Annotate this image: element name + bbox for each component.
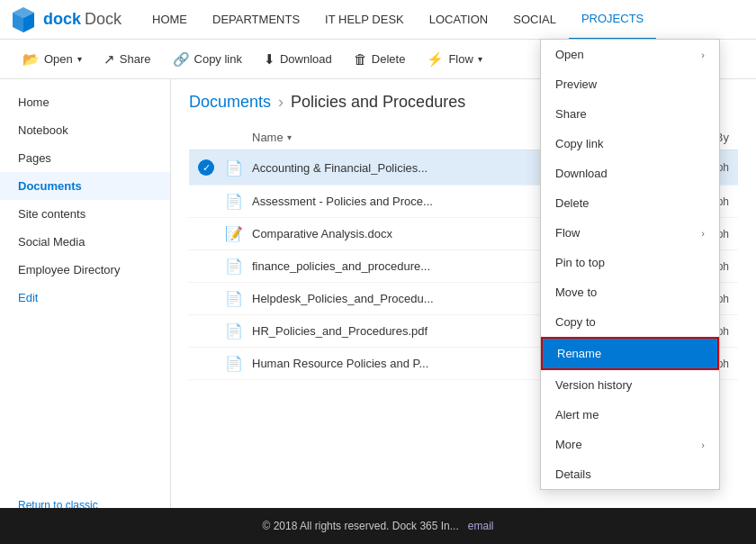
breadcrumb-current: Policies and Procedures	[291, 93, 465, 112]
menu-pin-label: Pin to top	[555, 256, 605, 269]
file-type-icon: 📝	[225, 225, 252, 242]
menu-item-delete[interactable]: Delete	[541, 188, 719, 218]
flow-chevron-icon: ▾	[478, 54, 482, 64]
menu-item-share[interactable]: Share	[541, 99, 719, 129]
nav-home[interactable]: HOME	[140, 0, 200, 40]
breadcrumb-documents-link[interactable]: Documents	[189, 93, 271, 112]
open-button[interactable]: 📂 Open ▾	[14, 46, 91, 73]
menu-item-details[interactable]: Details	[541, 459, 719, 489]
delete-button[interactable]: 🗑 Delete	[345, 46, 415, 72]
menu-item-rename[interactable]: Rename	[541, 337, 719, 370]
copy-link-button[interactable]: 🔗 Copy link	[164, 46, 251, 73]
context-menu: Open › Preview Share Copy link Download …	[540, 39, 720, 490]
pdf-icon: 📄	[225, 194, 243, 209]
pdf-icon: 📄	[225, 258, 243, 274]
delete-icon: 🗑	[354, 51, 367, 67]
menu-item-copy-link[interactable]: Copy link	[541, 129, 719, 159]
file-type-icon: 📄	[225, 193, 252, 210]
submenu-flow-arrow-icon: ›	[701, 228, 705, 239]
file-type-icon: 📄	[225, 159, 252, 177]
menu-item-copy-to[interactable]: Copy to	[541, 307, 719, 337]
submenu-arrow-icon: ›	[701, 50, 705, 60]
download-label: Download	[280, 52, 332, 66]
menu-delete-label: Delete	[555, 196, 590, 210]
menu-item-pin-to-top[interactable]: Pin to top	[541, 248, 719, 277]
menu-details-label: Details	[555, 467, 591, 481]
menu-copy-to-label: Copy to	[555, 315, 596, 329]
copy-link-label: Copy link	[194, 52, 242, 66]
menu-download-label: Download	[555, 167, 608, 180]
nav-departments[interactable]: DEPARTMENTS	[200, 0, 312, 40]
menu-item-preview[interactable]: Preview	[541, 69, 719, 99]
logo-sub: Dock	[85, 10, 122, 29]
nav-location[interactable]: LOCATION	[417, 0, 501, 40]
file-type-icon: 📄	[225, 322, 252, 340]
menu-item-move-to[interactable]: Move to	[541, 277, 719, 307]
copyright-text: © 2018 All rights reserved. Dock 365 In.…	[263, 520, 459, 532]
flow-label: Flow	[448, 52, 472, 66]
word-icon: 📝	[225, 226, 243, 241]
menu-alert-label: Alert me	[555, 408, 598, 422]
sidebar-item-notebook[interactable]: Notebook	[0, 116, 170, 144]
breadcrumb-separator: ›	[278, 93, 284, 112]
menu-open-label: Open	[555, 48, 584, 61]
open-label: Open	[44, 52, 73, 66]
menu-rename-label: Rename	[557, 347, 601, 360]
nav-social[interactable]: SOCIAL	[500, 0, 569, 40]
menu-item-open[interactable]: Open ›	[541, 40, 719, 69]
share-label: Share	[120, 52, 151, 66]
submenu-more-arrow-icon: ›	[701, 440, 705, 450]
main-nav: HOME DEPARTMENTS IT HELP DESK LOCATION S…	[140, 0, 747, 40]
sidebar-item-pages[interactable]: Pages	[0, 144, 170, 172]
logo-name: dock	[43, 10, 81, 29]
logo-area[interactable]: dock Dock	[9, 5, 122, 34]
nav-it-help-desk[interactable]: IT HELP DESK	[312, 0, 417, 40]
open-icon: 📂	[22, 51, 40, 68]
check-circle-icon: ✓	[198, 159, 214, 176]
pdf-icon: 📄	[225, 323, 243, 339]
sidebar-item-employee-directory[interactable]: Employee Directory	[0, 256, 170, 284]
sidebar-item-site-contents[interactable]: Site contents	[0, 200, 170, 228]
menu-copy-link-label: Copy link	[555, 137, 603, 150]
file-type-icon: 📄	[225, 290, 252, 307]
email-link[interactable]: email	[468, 520, 494, 532]
menu-item-alert-me[interactable]: Alert me	[541, 400, 719, 430]
download-icon: ⬇	[264, 51, 275, 68]
flow-button[interactable]: ⚡ Flow ▾	[418, 46, 490, 73]
pdf-icon: 📄	[225, 356, 243, 371]
delete-label: Delete	[372, 52, 406, 66]
sidebar-item-home[interactable]: Home	[0, 88, 170, 116]
menu-item-version-history[interactable]: Version history	[541, 370, 719, 400]
flow-icon: ⚡	[427, 51, 444, 68]
menu-move-label: Move to	[555, 286, 597, 299]
top-navigation: dock Dock HOME DEPARTMENTS IT HELP DESK …	[0, 0, 756, 40]
menu-preview-label: Preview	[555, 77, 597, 91]
sort-icon: ▾	[287, 132, 292, 142]
menu-item-download[interactable]: Download	[541, 159, 719, 188]
nav-projects[interactable]: PROJECTS	[569, 0, 656, 40]
bottom-bar: © 2018 All rights reserved. Dock 365 In.…	[0, 508, 756, 544]
open-chevron-icon: ▾	[77, 54, 82, 64]
file-type-icon: 📄	[225, 355, 252, 372]
menu-item-more[interactable]: More ›	[541, 430, 719, 459]
menu-version-label: Version history	[555, 378, 632, 392]
dock-logo-icon	[9, 5, 38, 34]
row-check[interactable]: ✓	[198, 159, 225, 176]
copy-link-icon: 🔗	[173, 51, 190, 68]
share-button[interactable]: ↗ Share	[94, 46, 160, 73]
pdf-icon: 📄	[225, 160, 243, 176]
share-icon: ↗	[104, 51, 115, 68]
pdf-icon: 📄	[225, 291, 243, 306]
menu-flow-label: Flow	[555, 226, 580, 240]
column-name-label: Name	[252, 131, 284, 144]
download-button[interactable]: ⬇ Download	[255, 46, 341, 73]
sidebar-item-social-media[interactable]: Social Media	[0, 228, 170, 256]
file-type-icon: 📄	[225, 258, 252, 275]
sidebar-item-edit[interactable]: Edit	[0, 284, 170, 312]
menu-share-label: Share	[555, 107, 587, 121]
menu-item-flow[interactable]: Flow ›	[541, 218, 719, 248]
sidebar-item-documents[interactable]: Documents	[0, 172, 170, 200]
sidebar: Home Notebook Pages Documents Site conte…	[0, 79, 171, 544]
menu-more-label: More	[555, 438, 582, 451]
